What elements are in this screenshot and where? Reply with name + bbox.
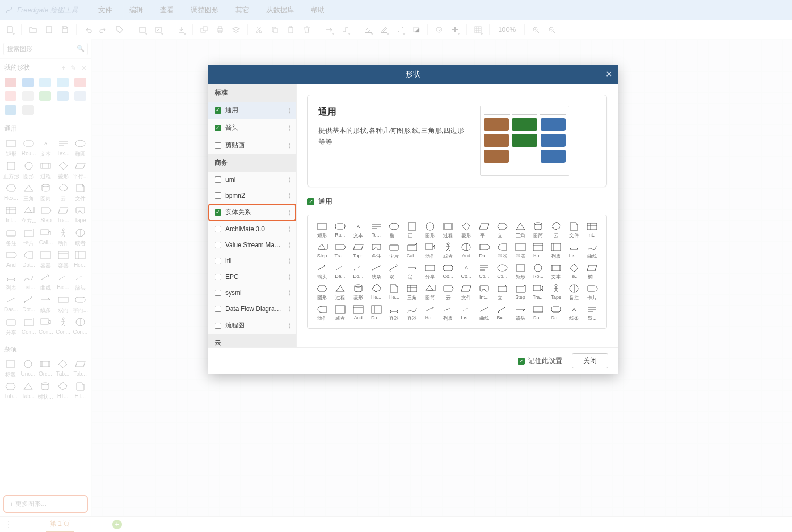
gallery-shape[interactable]: 线条 xyxy=(368,263,384,281)
gallery-shape[interactable]: Step xyxy=(314,242,330,260)
gallery-shape[interactable]: 列表 xyxy=(440,305,456,322)
gallery-shape[interactable]: Tape xyxy=(350,242,366,260)
gallery-shape[interactable]: Do... xyxy=(350,263,366,281)
gallery-shape[interactable]: Te... xyxy=(566,263,582,281)
gallery-shape[interactable]: 正... xyxy=(404,222,420,239)
gallery-shape[interactable]: Lis... xyxy=(566,242,582,260)
gallery-shape[interactable]: Ro... xyxy=(332,222,348,239)
category-item[interactable]: 剪贴画⟨ xyxy=(208,137,296,154)
category-item[interactable]: Data Flow Diagram...⟨ xyxy=(208,301,296,317)
gallery-shape[interactable]: 动作 xyxy=(314,305,330,322)
gallery-shape[interactable]: Int... xyxy=(584,222,600,239)
gallery-shape[interactable]: 矩形 xyxy=(314,222,330,239)
category-item[interactable]: Value Stream Mappi...⟨ xyxy=(208,237,296,253)
gallery-shape[interactable]: 椭... xyxy=(386,222,402,239)
gallery-shape[interactable]: Tra... xyxy=(332,242,348,260)
gallery-shape[interactable]: 三角 xyxy=(404,284,420,301)
gallery-shape[interactable]: 容器 xyxy=(404,305,420,322)
gallery-shape[interactable]: 箭头 xyxy=(314,263,330,281)
gallery-shape[interactable]: Ro... xyxy=(530,263,546,281)
category-item[interactable]: 通用⟨ xyxy=(208,102,296,119)
gallery-shape[interactable]: 菱形 xyxy=(458,222,474,239)
gallery-shape[interactable]: 圆形 xyxy=(314,284,330,301)
gallery-shape[interactable]: 过程 xyxy=(440,222,456,239)
gallery-shape[interactable]: Tra... xyxy=(530,284,546,301)
gallery-shape[interactable]: Da... xyxy=(332,263,348,281)
category-item[interactable]: bpmn2⟨ xyxy=(208,188,296,204)
category-item[interactable]: ArchiMate 3.0⟨ xyxy=(208,221,296,237)
checkbox-icon[interactable] xyxy=(215,192,221,199)
checkbox-icon[interactable] xyxy=(215,242,221,248)
category-item[interactable]: sysml⟨ xyxy=(208,285,296,301)
gallery-shape[interactable]: He... xyxy=(368,284,384,301)
gallery-shape[interactable]: 备注 xyxy=(566,284,582,301)
gallery-shape[interactable]: Lis... xyxy=(458,305,474,322)
gallery-shape[interactable]: 容器 xyxy=(386,305,402,322)
gallery-shape[interactable]: 矩形 xyxy=(512,263,528,281)
gallery-shape[interactable]: 分享 xyxy=(422,263,438,281)
checkbox-icon[interactable] xyxy=(215,125,221,131)
gallery-shape[interactable]: 或者 xyxy=(332,305,348,322)
gallery-shape[interactable]: A文本 xyxy=(350,222,366,239)
category-item[interactable]: 实体关系⟨ xyxy=(208,204,296,221)
gallery-shape[interactable]: 容器 xyxy=(494,242,510,260)
gallery-shape[interactable]: Co... xyxy=(476,263,492,281)
gallery-shape[interactable]: 圆筒 xyxy=(530,222,546,239)
checkbox-icon[interactable] xyxy=(215,323,221,329)
gallery-shape[interactable]: 曲线 xyxy=(584,242,600,260)
gallery-shape[interactable]: 备注 xyxy=(368,242,384,260)
gallery-shape[interactable]: Co... xyxy=(440,263,456,281)
checkbox-icon[interactable] xyxy=(215,176,221,183)
gallery-shape[interactable]: 三角 xyxy=(512,222,528,239)
gallery-shape[interactable]: Te... xyxy=(368,222,384,239)
gallery-shape[interactable]: 箭头 xyxy=(512,305,528,322)
gallery-shape[interactable]: 卡片 xyxy=(386,242,402,260)
gallery-shape[interactable]: 文本 xyxy=(548,263,564,281)
gallery-shape[interactable]: 或者 xyxy=(440,242,456,260)
gallery-shape[interactable]: 云 xyxy=(548,222,564,239)
category-item[interactable]: 流程图⟨ xyxy=(208,317,296,334)
gallery-shape[interactable]: 圆筒 xyxy=(422,284,438,301)
gallery-shape[interactable]: 菱形 xyxy=(350,284,366,301)
gallery-shape[interactable]: Co... xyxy=(494,263,510,281)
checkbox-icon[interactable] xyxy=(215,209,221,216)
gallery-shape[interactable]: Ho... xyxy=(422,305,438,322)
gallery-shape[interactable]: 平... xyxy=(476,222,492,239)
gallery-shape[interactable]: 立... xyxy=(494,222,510,239)
gallery-shape[interactable]: 文件 xyxy=(458,284,474,301)
gallery-shape[interactable]: 文件 xyxy=(566,222,582,239)
gallery-shape[interactable]: 圆形 xyxy=(422,222,438,239)
gallery-shape[interactable]: 定... xyxy=(404,263,420,281)
category-item[interactable]: uml⟨ xyxy=(208,172,296,188)
gallery-shape[interactable]: 立... xyxy=(494,284,510,301)
gallery-shape[interactable]: Da... xyxy=(368,305,384,322)
checkbox-icon[interactable] xyxy=(215,290,221,296)
gallery-shape[interactable]: 椭... xyxy=(584,263,600,281)
category-item[interactable]: EPC⟨ xyxy=(208,269,296,285)
checkbox-icon[interactable] xyxy=(215,274,221,280)
category-item[interactable]: 箭头⟨ xyxy=(208,119,296,137)
close-icon[interactable]: ✕ xyxy=(605,69,612,79)
gallery-shape[interactable]: 曲线 xyxy=(476,305,492,322)
gallery-shape[interactable]: A线条 xyxy=(566,305,582,322)
gallery-shape[interactable]: 列表 xyxy=(548,242,564,260)
gallery-shape[interactable]: 过程 xyxy=(332,284,348,301)
gallery-shape[interactable]: Int... xyxy=(476,284,492,301)
gallery-shape[interactable]: And xyxy=(458,242,474,260)
category-item[interactable]: itil⟨ xyxy=(208,253,296,269)
gallery-shape[interactable]: Tape xyxy=(548,284,564,301)
gallery-shape[interactable]: 云 xyxy=(440,284,456,301)
gallery-shape[interactable]: He... xyxy=(386,284,402,301)
gallery-shape[interactable]: 动作 xyxy=(422,242,438,260)
checkbox-icon[interactable] xyxy=(215,306,221,312)
gallery-shape[interactable]: Ho... xyxy=(530,242,546,260)
gallery-shape[interactable]: 双... xyxy=(386,263,402,281)
checkbox-icon[interactable] xyxy=(215,107,221,114)
gallery-shape[interactable]: ACo... xyxy=(458,263,474,281)
gallery-shape[interactable]: Cal... xyxy=(404,242,420,260)
gallery-shape[interactable]: Da... xyxy=(476,242,492,260)
checkbox-icon[interactable] xyxy=(215,142,221,149)
gallery-shape[interactable]: Da... xyxy=(530,305,546,322)
gallery-shape[interactable]: And xyxy=(350,305,366,322)
gallery-shape[interactable]: Step xyxy=(512,284,528,301)
